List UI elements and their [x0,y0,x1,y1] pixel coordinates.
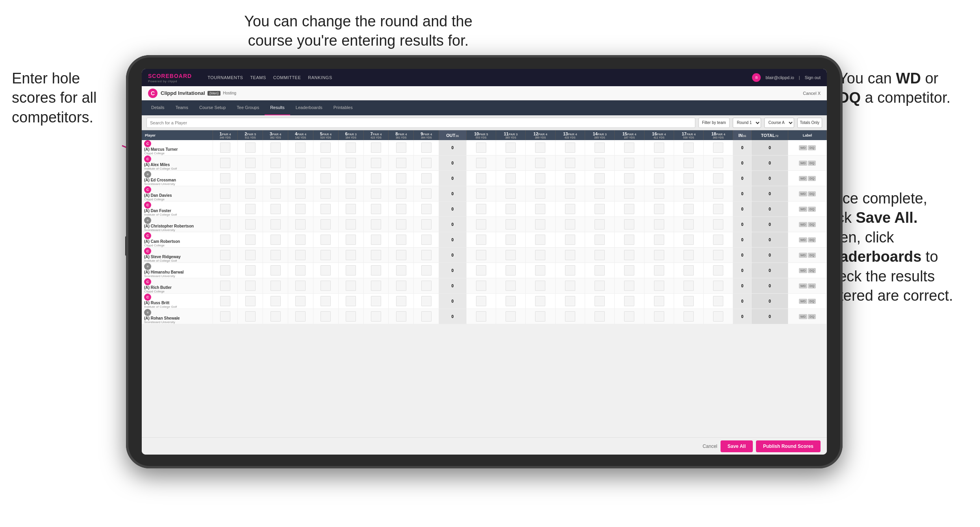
hole-score-input[interactable] [654,250,664,260]
hole-score-cell[interactable] [496,171,525,186]
hole-score-input[interactable] [371,235,381,245]
hole-score-input[interactable] [346,189,356,199]
hole-score-cell[interactable] [555,309,585,324]
hole-score-cell[interactable] [644,278,674,294]
hole-score-cell[interactable] [615,217,644,232]
hole-score-input[interactable] [245,173,256,183]
hole-score-input[interactable] [371,204,381,214]
hole-score-input[interactable] [684,142,694,153]
hole-score-cell[interactable] [704,140,733,155]
hole-score-input[interactable] [624,296,634,306]
hole-score-cell[interactable] [313,232,338,248]
hole-score-input[interactable] [270,173,281,183]
hole-score-cell[interactable] [414,232,439,248]
hole-score-cell[interactable] [288,232,313,248]
wd-button[interactable]: WD [799,161,807,166]
hole-score-cell[interactable] [288,171,313,186]
hole-score-cell[interactable] [496,155,525,171]
hole-score-input[interactable] [684,235,694,245]
hole-score-cell[interactable] [338,232,363,248]
hole-score-cell[interactable] [389,140,414,155]
hole-score-input[interactable] [684,204,694,214]
hole-score-cell[interactable] [238,232,263,248]
hole-score-input[interactable] [220,311,230,322]
hole-score-cell[interactable] [288,278,313,294]
hole-score-input[interactable] [320,219,331,229]
hole-score-input[interactable] [684,296,694,306]
hole-score-input[interactable] [220,189,230,199]
hole-score-input[interactable] [713,250,723,260]
hole-score-cell[interactable] [414,278,439,294]
dq-button[interactable]: DQ [808,191,816,196]
hole-score-input[interactable] [565,142,575,153]
hole-score-input[interactable] [220,173,230,183]
hole-score-cell[interactable] [674,186,703,202]
hole-score-input[interactable] [295,296,306,306]
hole-score-cell[interactable] [389,294,414,309]
hole-score-input[interactable] [220,296,230,306]
hole-score-input[interactable] [565,204,575,214]
hole-score-input[interactable] [506,204,516,214]
hole-score-cell[interactable] [526,186,555,202]
hole-score-input[interactable] [320,265,331,276]
hole-score-cell[interactable] [526,155,555,171]
hole-score-input[interactable] [624,173,634,183]
hole-score-input[interactable] [371,265,381,276]
wd-button[interactable]: WD [799,207,807,212]
hole-score-input[interactable] [346,142,356,153]
hole-score-cell[interactable] [389,232,414,248]
hole-score-cell[interactable] [288,217,313,232]
hole-score-cell[interactable] [615,309,644,324]
hole-score-input[interactable] [684,173,694,183]
hole-score-cell[interactable] [526,140,555,155]
tab-printables[interactable]: Printables [328,100,358,115]
hole-score-cell[interactable] [496,263,525,278]
hole-score-cell[interactable] [363,171,389,186]
hole-score-input[interactable] [346,265,356,276]
hole-score-input[interactable] [220,265,230,276]
hole-score-cell[interactable] [644,171,674,186]
hole-score-cell[interactable] [466,186,496,202]
hole-score-input[interactable] [624,142,634,153]
hole-score-cell[interactable] [555,232,585,248]
hole-score-cell[interactable] [704,155,733,171]
hole-score-input[interactable] [270,250,281,260]
hole-score-cell[interactable] [466,217,496,232]
wd-button[interactable]: WD [799,176,807,181]
tab-teams[interactable]: Teams [170,100,194,115]
hole-score-cell[interactable] [466,309,496,324]
hole-score-cell[interactable] [288,263,313,278]
hole-score-cell[interactable] [313,140,338,155]
hole-score-cell[interactable] [338,186,363,202]
hole-score-input[interactable] [270,142,281,153]
hole-score-input[interactable] [624,265,634,276]
hole-score-cell[interactable] [644,217,674,232]
hole-score-input[interactable] [396,296,406,306]
hole-score-cell[interactable] [615,171,644,186]
hole-score-cell[interactable] [615,155,644,171]
hole-score-input[interactable] [713,235,723,245]
hole-score-input[interactable] [565,189,575,199]
hole-score-cell[interactable] [526,278,555,294]
hole-score-cell[interactable] [389,309,414,324]
hole-score-input[interactable] [684,265,694,276]
hole-score-cell[interactable] [338,278,363,294]
hole-score-cell[interactable] [213,232,238,248]
hole-score-cell[interactable] [526,294,555,309]
hole-score-input[interactable] [565,281,575,291]
hole-score-input[interactable] [713,173,723,183]
hole-score-input[interactable] [654,265,664,276]
tab-course-setup[interactable]: Course Setup [194,100,231,115]
hole-score-cell[interactable] [263,232,288,248]
hole-score-input[interactable] [595,158,605,168]
hole-score-cell[interactable] [585,294,614,309]
hole-score-cell[interactable] [644,263,674,278]
hole-score-input[interactable] [421,173,432,183]
hole-score-cell[interactable] [644,248,674,263]
hole-score-cell[interactable] [615,294,644,309]
hole-score-cell[interactable] [496,278,525,294]
hole-score-cell[interactable] [704,263,733,278]
hole-score-input[interactable] [535,219,545,229]
nav-committee[interactable]: COMMITTEE [273,75,301,80]
hole-score-input[interactable] [476,235,486,245]
